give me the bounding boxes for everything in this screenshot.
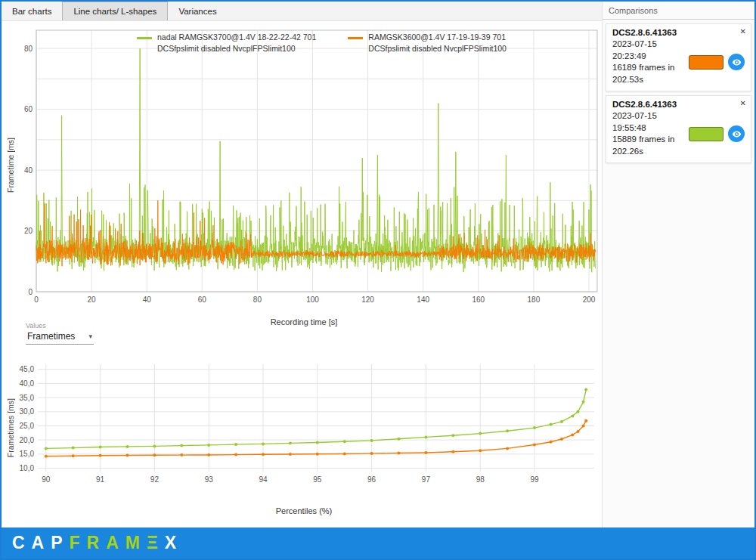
- comparison-frames: 16189 frames in: [612, 62, 689, 74]
- comparison-duration: 202.53s: [612, 74, 689, 86]
- close-icon[interactable]: ✕: [740, 27, 746, 36]
- comparison-datetime: 2023-07-15 19:55:48: [612, 110, 689, 134]
- comparisons-panel: Comparisons ✕ DCS2.8.6.41363 2023-07-15 …: [602, 2, 754, 528]
- legend-orange-line2: DCSfpslimit disabled NvcplFPSlimit100: [368, 44, 507, 53]
- svg-text:92: 92: [150, 475, 160, 484]
- close-icon[interactable]: ✕: [740, 99, 746, 107]
- svg-text:15,0: 15,0: [20, 450, 35, 458]
- chevron-down-icon: ▾: [88, 333, 92, 340]
- tab-bar: Bar charts Line charts/ L-shapes Varianc…: [2, 2, 603, 21]
- svg-text:60: 60: [24, 105, 33, 113]
- svg-text:20: 20: [24, 227, 33, 235]
- svg-text:180: 180: [528, 295, 541, 304]
- svg-text:91: 91: [96, 475, 105, 484]
- svg-text:40: 40: [24, 166, 33, 175]
- values-dropdown[interactable]: Frametimes ▾: [26, 330, 94, 345]
- svg-text:100: 100: [306, 295, 319, 304]
- legend-entry-orange: RAMGSK3600@1.4V 17-19-19-39 701 DCSfpsli…: [348, 32, 507, 54]
- legend-line-orange-icon: [348, 37, 363, 39]
- comparison-datetime: 2023-07-15 20:23:49: [612, 39, 689, 62]
- frametime-chart: 020406080100120140160180200020406080: [17, 26, 602, 307]
- tab-variances[interactable]: Variances: [168, 2, 227, 20]
- legend-orange-line1: RAMGSK3600@1.4V 17-19-19-39 701: [368, 32, 506, 42]
- svg-text:40: 40: [143, 295, 152, 304]
- legend-green-line1: nadal RAMGSK3700@1.4V 18-22-22-42 701: [157, 32, 316, 42]
- svg-text:40,0: 40,0: [20, 379, 35, 388]
- svg-text:90: 90: [42, 475, 51, 484]
- eye-icon[interactable]: [728, 125, 745, 142]
- svg-text:80: 80: [253, 295, 262, 304]
- svg-text:94: 94: [259, 475, 268, 484]
- svg-text:93: 93: [205, 475, 214, 484]
- comparison-card-green: ✕ DCS2.8.6.41363 2023-07-15 19:55:48 158…: [606, 95, 751, 163]
- app-window: Bar charts Line charts/ L-shapes Varianc…: [0, 0, 756, 560]
- svg-text:140: 140: [417, 295, 429, 304]
- svg-text:35,0: 35,0: [20, 394, 35, 402]
- percentile-chart-area: Frametimes [ms] 10,015,020,025,030,035,0…: [5, 357, 603, 523]
- percentile-chart: 10,015,020,025,030,035,040,045,090919293…: [12, 358, 600, 494]
- svg-text:97: 97: [422, 475, 431, 484]
- svg-text:45,0: 45,0: [20, 365, 35, 373]
- svg-text:30,0: 30,0: [20, 407, 35, 416]
- values-selector: Values Frametimes ▾: [26, 322, 94, 345]
- color-swatch-orange[interactable]: [689, 55, 723, 70]
- eye-icon[interactable]: [728, 54, 745, 70]
- footer-bar: CAPFRAMΞX: [2, 528, 754, 558]
- svg-text:98: 98: [476, 475, 485, 484]
- comparison-frames: 15889 frames in: [612, 134, 689, 146]
- svg-text:96: 96: [367, 475, 376, 484]
- svg-text:25,0: 25,0: [20, 422, 35, 430]
- svg-text:95: 95: [313, 475, 322, 484]
- svg-text:0: 0: [28, 288, 33, 296]
- color-swatch-green[interactable]: [689, 127, 723, 141]
- svg-text:160: 160: [472, 295, 485, 304]
- tab-bar-charts[interactable]: Bar charts: [2, 2, 62, 20]
- frametime-x-axis-label: Recording time [s]: [5, 317, 603, 326]
- legend-line-green-icon: [137, 37, 152, 39]
- values-selected: Frametimes: [27, 331, 75, 342]
- tab-line-charts[interactable]: Line charts/ L-shapes: [62, 2, 168, 20]
- svg-text:20: 20: [88, 295, 97, 304]
- svg-text:20,0: 20,0: [20, 436, 35, 444]
- comparison-title: DCS2.8.6.41363: [612, 100, 745, 109]
- svg-text:60: 60: [198, 295, 207, 304]
- frametime-y-axis-label: Frametime [ms]: [6, 138, 15, 193]
- svg-text:120: 120: [361, 295, 374, 304]
- legend-green-line2: DCSfpslimit disabled NvcplFPSlimit100: [157, 44, 296, 53]
- svg-text:200: 200: [583, 295, 596, 304]
- capframex-logo: CAPFRAMΞX: [12, 533, 183, 553]
- values-label: Values: [26, 322, 94, 330]
- comparisons-header: Comparisons: [603, 2, 754, 20]
- svg-text:99: 99: [530, 475, 539, 484]
- legend-entry-green: nadal RAMGSK3700@1.4V 18-22-22-42 701 DC…: [137, 32, 316, 54]
- comparison-title: DCS2.8.6.41363: [612, 28, 745, 37]
- chart-legend: nadal RAMGSK3700@1.4V 18-22-22-42 701 DC…: [137, 32, 507, 54]
- svg-text:10,0: 10,0: [20, 464, 35, 472]
- frametime-chart-area: Frametime [ms] 0204060801001201401601802…: [5, 24, 603, 330]
- svg-text:80: 80: [24, 45, 33, 53]
- svg-text:0: 0: [34, 295, 39, 304]
- comparison-card-orange: ✕ DCS2.8.6.41363 2023-07-15 20:23:49 161…: [606, 23, 751, 91]
- percentile-x-axis-label: Percentiles (%): [5, 506, 603, 515]
- comparison-duration: 202.26s: [612, 146, 689, 158]
